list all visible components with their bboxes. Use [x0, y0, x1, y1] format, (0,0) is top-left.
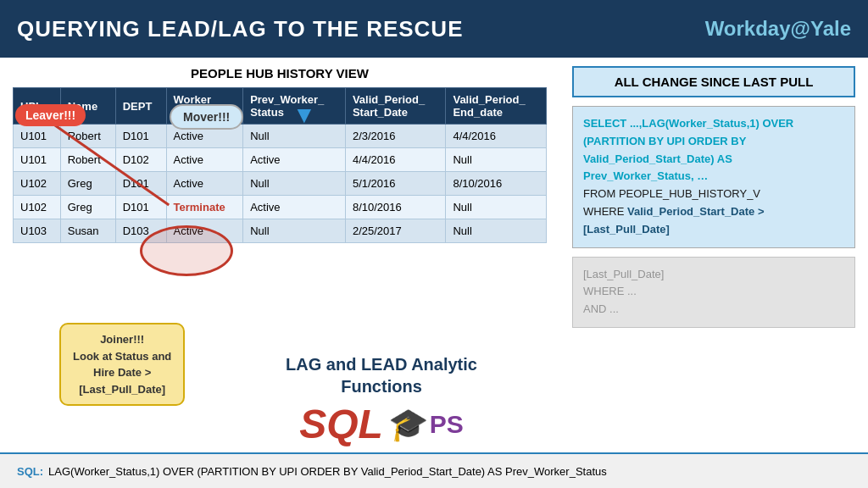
tips-icon: 🎓 [388, 406, 428, 443]
cell-2-4: Null [243, 172, 346, 196]
cell-4-6: Null [446, 219, 547, 243]
table-row: U103SusanD103ActiveNull2/25/2017Null [14, 219, 547, 243]
red-oval-overlay [140, 225, 233, 276]
code-line3: Valid_Period_Start_Date) AS [583, 152, 732, 165]
cell-2-3: Active [166, 172, 243, 196]
right-section: ALL CHANGE SINCE LAST PULL SELECT ...,LA… [559, 58, 868, 452]
cell-4-1: Susan [60, 219, 115, 243]
cell-3-3: Terminate [166, 196, 243, 219]
sql-code-box-1: SELECT ...,LAG(Worker_Status,1) OVER (PA… [572, 106, 855, 248]
code-line4: Prev_Worker_Status, … [583, 169, 708, 182]
cell-2-1: Greg [60, 172, 115, 196]
code-line1: SELECT ...,LAG(Worker_Status,1) OVER [583, 117, 793, 130]
sql-text: SQL [299, 401, 383, 447]
cell-2-5: 5/1/2016 [345, 172, 446, 196]
cell-4-4: Null [243, 219, 346, 243]
cell-2-0: U102 [14, 172, 61, 196]
cell-2-6: 8/10/2016 [446, 172, 547, 196]
data-table: UPI Name DEPT WorkerStatus Prev_Worker_S… [13, 87, 547, 243]
code-line6: WHERE Valid_Period_Start_Date > [583, 205, 765, 218]
cell-1-2: D102 [115, 148, 166, 172]
arrow-down-icon: ▼ [292, 102, 316, 129]
sql-tips-area: LAG and LEAD Analytic Functions SQL 🎓 PS [229, 353, 534, 447]
logo-prefix: Workday [705, 17, 791, 40]
col-valid-end: Valid_Period_End_date [446, 88, 547, 125]
cell-0-6: 4/4/2016 [446, 125, 547, 148]
cell-3-0: U102 [14, 196, 61, 219]
page-title: QUERYING LEAD/LAG TO THE RESCUE [17, 16, 464, 42]
table-header-row: UPI Name DEPT WorkerStatus Prev_Worker_S… [14, 88, 547, 125]
logo: Workday@Yale [705, 17, 851, 41]
leaver-bubble: Leaver!!! [15, 104, 86, 126]
table-title: PEOPLE HUB HISTORY VIEW [13, 66, 547, 80]
cell-0-5: 2/3/2016 [345, 125, 446, 148]
cell-0-2: D101 [115, 125, 166, 148]
footer-label: SQL: [17, 465, 43, 478]
tips-text: PS [430, 410, 464, 439]
cell-1-6: Null [446, 148, 547, 172]
table-row: U101RobertD101ActiveNull2/3/20164/4/2016 [14, 125, 547, 148]
cell-3-5: 8/10/2016 [345, 196, 446, 219]
cell-3-4: Active [243, 196, 346, 219]
cell-1-5: 4/4/2016 [345, 148, 446, 172]
sql-logo: SQL 🎓 PS [229, 401, 534, 447]
joiner-bubble: Joiner!!!Look at Status andHire Date >[L… [59, 323, 185, 406]
table-row: U102GregD101TerminateActive8/10/2016Null [14, 196, 547, 219]
cell-1-0: U101 [14, 148, 61, 172]
sql-tips-title: LAG and LEAD Analytic Functions [229, 353, 534, 397]
sql-code-box-2: [Last_Pull_Date] WHERE ... AND ... [572, 257, 855, 328]
footer-text: LAG(Worker_Status,1) OVER (PARTITION BY … [48, 465, 607, 478]
code-line5: FROM PEOPLE_HUB_HISTORY_V [583, 187, 760, 200]
footer: SQL: LAG(Worker_Status,1) OVER (PARTITIO… [0, 452, 868, 488]
col-dept: DEPT [115, 88, 166, 125]
change-box-title: ALL CHANGE SINCE LAST PULL [572, 66, 855, 97]
code-line2: (PARTITION BY UPI ORDER BY [583, 135, 746, 147]
mover-bubble: Mover!!! [170, 104, 243, 130]
cell-3-1: Greg [60, 196, 115, 219]
cell-1-3: Active [166, 148, 243, 172]
logo-suffix: Yale [810, 17, 851, 40]
cell-4-5: 2/25/2017 [345, 219, 446, 243]
logo-at: @ [791, 17, 810, 40]
table-row: U102GregD101ActiveNull5/1/20168/10/2016 [14, 172, 547, 196]
header: QUERYING LEAD/LAG TO THE RESCUE Workday@… [0, 0, 868, 58]
cell-4-0: U103 [14, 219, 61, 243]
cell-1-4: Active [243, 148, 346, 172]
code-line7: [Last_Pull_Date] [583, 223, 670, 236]
cell-3-6: Null [446, 196, 547, 219]
cell-0-0: U101 [14, 125, 61, 148]
col-valid-start: Valid_Period_Start_Date [345, 88, 446, 125]
